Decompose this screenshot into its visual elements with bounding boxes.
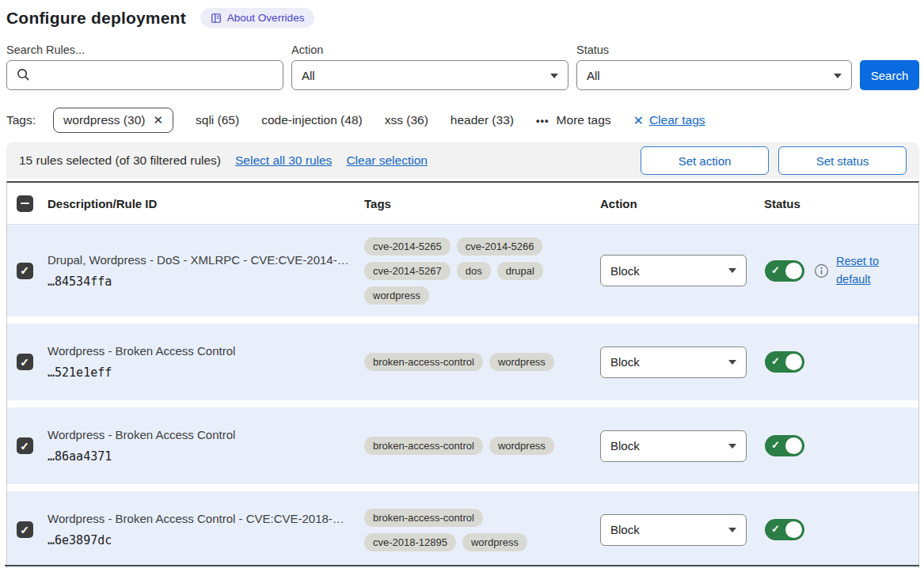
checkmark-icon: ✓ [771,355,780,367]
status-cell: ✓ [759,435,918,456]
tag-pill: cve-2014-5266 [457,237,543,256]
table-row: ✓ Wordpress - Broken Access Control …86a… [7,407,918,484]
table-body: ✓ Drupal, Wordpress - DoS - XMLRPC - CVE… [7,225,918,568]
description-cell: Wordpress - Broken Access Control - CVE:… [42,512,359,547]
rule-id: …86aa4371 [48,449,359,464]
action-select-value: Block [610,439,640,453]
configure-deployment-page: Configure deployment About Overrides Sea… [0,0,924,568]
tag-pill: wordpress [489,353,554,371]
row-checkbox[interactable]: ✓ [17,354,33,370]
toggle-knob [785,263,802,279]
action-filter-value: All [302,69,315,82]
row-checkbox[interactable]: ✓ [17,437,33,454]
rules-table: Description/Rule ID Tags Action Status ✓… [6,181,919,568]
tag-pill: cve-2014-5265 [364,237,451,256]
search-rules-label: Search Rules... [6,44,283,56]
set-action-button[interactable]: Set action [641,146,769,175]
search-icon [16,67,31,85]
selected-tag-wordpress[interactable]: wordpress (30) ✕ [53,108,173,133]
row-checkbox[interactable]: ✓ [17,521,33,538]
clear-tags-link[interactable]: ✕ Clear tags [633,113,705,128]
row-separator [7,316,918,324]
toggle-knob [785,521,802,538]
chevron-down-icon [550,74,558,78]
reset-wrap: Reset to default [814,252,882,289]
checkmark-icon: ✓ [20,524,29,536]
table-row: ✓ Wordpress - Broken Access Control - CV… [7,491,918,568]
status-toggle[interactable]: ✓ [765,519,804,540]
action-select[interactable]: Block [600,430,747,462]
row-checkbox[interactable]: ✓ [17,263,33,279]
action-select-value: Block [610,523,640,536]
tag-pill: dos [457,262,491,280]
search-rules-input[interactable] [6,60,283,90]
select-all-checkbox[interactable] [17,195,33,212]
status-toggle[interactable]: ✓ [765,435,804,456]
about-overrides-label: About Overrides [227,12,305,24]
clear-tags-label: Clear tags [649,113,705,127]
table-row: ✓ Drupal, Wordpress - DoS - XMLRPC - CVE… [7,225,918,316]
status-filter-select[interactable]: All [576,60,852,90]
more-tags-button[interactable]: ••• More tags [536,113,611,127]
close-icon[interactable]: ✕ [153,113,163,127]
tag-pill: cve-2018-12895 [364,533,456,551]
reset-to-default-link[interactable]: Reset to default [836,252,882,289]
rule-description: Wordpress - Broken Access Control [48,428,359,441]
tag-option-header[interactable]: header (33) [451,113,514,127]
rule-id: …84534ffa [48,275,359,289]
action-select[interactable]: Block [600,514,747,546]
status-toggle[interactable]: ✓ [765,260,804,282]
row-tags: cve-2014-5265cve-2014-5266cve-2014-5267d… [364,237,572,305]
column-header-action: Action [595,197,759,210]
tag-pill: cve-2014-5267 [364,262,451,280]
status-cell: ✓ [759,519,918,540]
tag-pill: wordpress [462,533,527,551]
tag-pill: drupal [497,262,543,280]
select-all-rules-link[interactable]: Select all 30 rules [235,153,332,168]
tag-option-code-injection[interactable]: code-injection (48) [261,113,363,127]
tag-option-sqli[interactable]: sqli (65) [196,113,239,127]
about-overrides-badge[interactable]: About Overrides [200,8,315,28]
chevron-down-icon [728,268,736,273]
checkmark-icon: ✓ [20,265,29,276]
action-select[interactable]: Block [600,346,747,378]
search-button[interactable]: Search [860,60,919,90]
checkmark-icon: ✓ [771,523,780,535]
checkmark-icon: ✓ [20,441,29,452]
table-bottom-border [5,565,919,566]
rule-description: Wordpress - Broken Access Control [48,344,359,358]
ellipsis-icon: ••• [536,115,549,127]
table-row: ✓ Wordpress - Broken Access Control …521… [7,324,918,400]
selection-summary: 15 rules selected (of 30 filtered rules) [19,153,221,168]
status-toggle[interactable]: ✓ [765,351,804,373]
toggle-knob [785,437,802,454]
row-tags: broken-access-controlwordpress [364,353,572,371]
info-icon[interactable] [814,263,829,278]
row-separator [7,484,918,491]
chevron-down-icon [728,528,736,532]
tag-option-xss[interactable]: xss (36) [385,113,428,127]
set-status-button[interactable]: Set status [778,146,907,175]
chevron-down-icon [728,360,736,365]
chevron-down-icon [728,444,736,449]
book-icon [211,13,222,24]
selected-tag-label: wordpress (30) [63,113,145,127]
rule-description: Wordpress - Broken Access Control - CVE:… [48,512,359,525]
status-cell: ✓ Reset to default [759,252,918,289]
row-tags: broken-access-controlwordpress [364,437,572,455]
action-filter-select[interactable]: All [291,60,568,90]
action-select-value: Block [610,264,640,278]
description-cell: Wordpress - Broken Access Control …86aa4… [42,428,359,464]
page-header: Configure deployment About Overrides [6,8,919,28]
clear-selection-link[interactable]: Clear selection [346,153,428,168]
filters-bar: Search Rules... Action All Status [6,44,919,90]
action-select-value: Block [610,355,640,369]
status-filter-label: Status [576,44,852,56]
column-header-tags: Tags [359,197,595,210]
row-tags: broken-access-controlcve-2018-12895wordp… [364,509,572,551]
action-select[interactable]: Block [600,255,747,286]
status-cell: ✓ [759,351,918,373]
table-header: Description/Rule ID Tags Action Status [7,183,918,225]
checkmark-icon: ✓ [20,357,29,368]
tag-pill: broken-access-control [364,353,483,371]
